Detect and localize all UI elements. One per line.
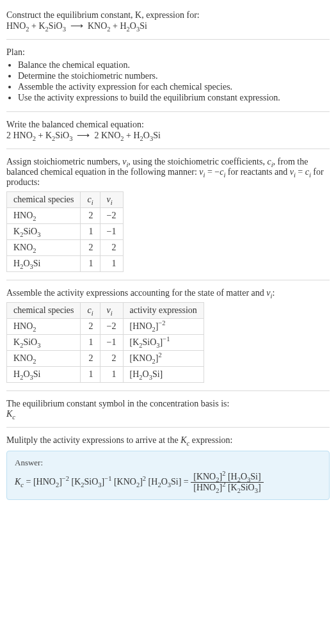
cell-activity: [K2SiO3]−1	[123, 335, 204, 351]
table-row: K2SiO3 1 −1 [K2SiO3]−1	[7, 335, 204, 351]
cell-species: KNO2	[7, 240, 81, 256]
divider	[6, 39, 330, 40]
table-row: KNO2 2 2 [KNO2]2	[7, 351, 204, 367]
table-row: H2O3Si 1 1	[7, 256, 124, 272]
cell-nui: 2	[100, 240, 123, 256]
activity-intro: Assemble the activity expressions accoun…	[6, 288, 330, 298]
cell-activity: [H2O3Si]	[123, 367, 204, 383]
balanced-title: Write the balanced chemical equation:	[6, 120, 330, 130]
cell-species: KNO2	[7, 351, 81, 367]
intro-section: Construct the equilibrium constant, K, e…	[6, 5, 330, 36]
table-row: HNO2 2 −2 [HNO2]−2	[7, 319, 204, 335]
cell-species: H2O3Si	[7, 256, 81, 272]
kc-symbol-section: The equilibrium constant symbol in the c…	[6, 394, 330, 424]
cell-ci: 2	[81, 319, 100, 335]
cell-species: HNO2	[7, 319, 81, 335]
cell-activity: [KNO2]2	[123, 351, 204, 367]
divider	[6, 149, 330, 149]
cell-ci: 2	[81, 240, 100, 256]
answer-lhs: Kc = [HNO2]−2 [K2SiO3]−1 [KNO2]2 [H2O3Si…	[15, 477, 191, 487]
answer-label: Answer:	[15, 458, 321, 468]
table-header-row: chemical species ci νi	[7, 192, 124, 208]
cell-nui: −2	[100, 208, 123, 224]
intro-equation: HNO2 + K2SiO3 ⟶ KNO2 + H2O3Si	[6, 20, 330, 31]
answer-equation: Kc = [HNO2]−2 [K2SiO3]−1 [KNO2]2 [H2O3Si…	[15, 472, 321, 493]
cell-nui: 1	[100, 256, 123, 272]
cell-nui: 2	[100, 351, 123, 367]
divider	[6, 390, 330, 391]
answer-fraction: [KNO2]2 [H2O3Si] [HNO2]2 [K2SiO3]	[191, 472, 263, 493]
cell-species: K2SiO3	[7, 335, 81, 351]
plan-list: Balance the chemical equation. Determine…	[6, 60, 330, 103]
plan-item: Assemble the activity expression for eac…	[18, 82, 330, 92]
table-row: HNO2 2 −2	[7, 208, 124, 224]
cell-species: HNO2	[7, 208, 81, 224]
col-ci: ci	[81, 303, 100, 319]
col-ci: ci	[81, 192, 100, 208]
balanced-equation: 2 HNO2 + K2SiO3 ⟶ 2 KNO2 + H2O3Si	[6, 130, 330, 141]
table-header-row: chemical species ci νi activity expressi…	[7, 303, 204, 319]
plan-item: Balance the chemical equation.	[18, 60, 330, 70]
cell-species: K2SiO3	[7, 224, 81, 240]
stoich-intro: Assign stoichiometric numbers, νi, using…	[6, 157, 330, 188]
cell-ci: 1	[81, 256, 100, 272]
cell-ci: 1	[81, 335, 100, 351]
divider	[6, 280, 330, 280]
table-row: K2SiO3 1 −1	[7, 224, 124, 240]
fraction-denominator: [HNO2]2 [K2SiO3]	[191, 483, 263, 493]
balanced-section: Write the balanced chemical equation: 2 …	[6, 115, 330, 146]
cell-ci: 1	[81, 224, 100, 240]
cell-nui: 1	[100, 367, 123, 383]
kc-symbol-line: The equilibrium constant symbol in the c…	[6, 399, 330, 409]
cell-nui: −1	[100, 224, 123, 240]
plan-item: Use the activity expressions to build th…	[18, 93, 330, 103]
divider	[6, 427, 330, 428]
divider	[6, 111, 330, 112]
stoich-table: chemical species ci νi HNO2 2 −2 K2SiO3 …	[6, 191, 124, 272]
col-nui: νi	[100, 192, 123, 208]
multiply-section: Mulitply the activity expressions to arr…	[6, 430, 330, 505]
kc-symbol: Kc	[6, 409, 330, 419]
cell-ci: 1	[81, 367, 100, 383]
activity-section: Assemble the activity expressions accoun…	[6, 283, 330, 388]
table-row: KNO2 2 2	[7, 240, 124, 256]
cell-nui: −2	[100, 319, 123, 335]
multiply-intro: Mulitply the activity expressions to arr…	[6, 435, 330, 446]
plan-item: Determine the stoichiometric numbers.	[18, 71, 330, 81]
plan-title: Plan:	[6, 47, 330, 58]
cell-ci: 2	[81, 351, 100, 367]
col-activity: activity expression	[123, 303, 204, 319]
stoich-section: Assign stoichiometric numbers, νi, using…	[6, 152, 330, 277]
cell-species: H2O3Si	[7, 367, 81, 383]
col-nui: νi	[100, 303, 123, 319]
cell-nui: −1	[100, 335, 123, 351]
plan-section: Plan: Balance the chemical equation. Det…	[6, 42, 330, 109]
cell-activity: [HNO2]−2	[123, 319, 204, 335]
fraction-numerator: [KNO2]2 [H2O3Si]	[191, 472, 263, 483]
activity-table: chemical species ci νi activity expressi…	[6, 302, 204, 383]
col-species: chemical species	[7, 192, 81, 208]
col-species: chemical species	[7, 303, 81, 319]
intro-line: Construct the equilibrium constant, K, e…	[6, 10, 330, 20]
cell-ci: 2	[81, 208, 100, 224]
table-row: H2O3Si 1 1 [H2O3Si]	[7, 367, 204, 383]
answer-box: Answer: Kc = [HNO2]−2 [K2SiO3]−1 [KNO2]2…	[6, 451, 330, 500]
